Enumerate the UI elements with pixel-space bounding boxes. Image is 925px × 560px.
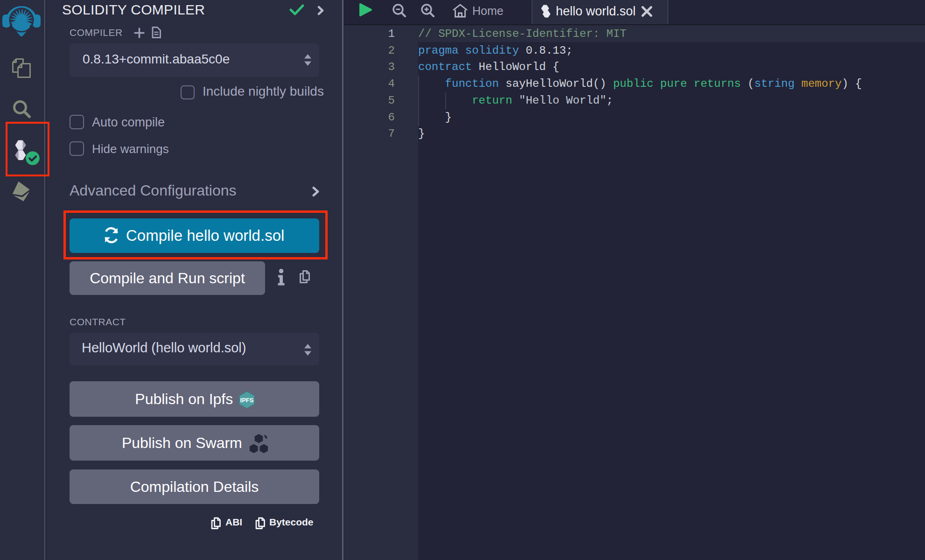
svg-text:IPFS: IPFS bbox=[240, 397, 254, 404]
